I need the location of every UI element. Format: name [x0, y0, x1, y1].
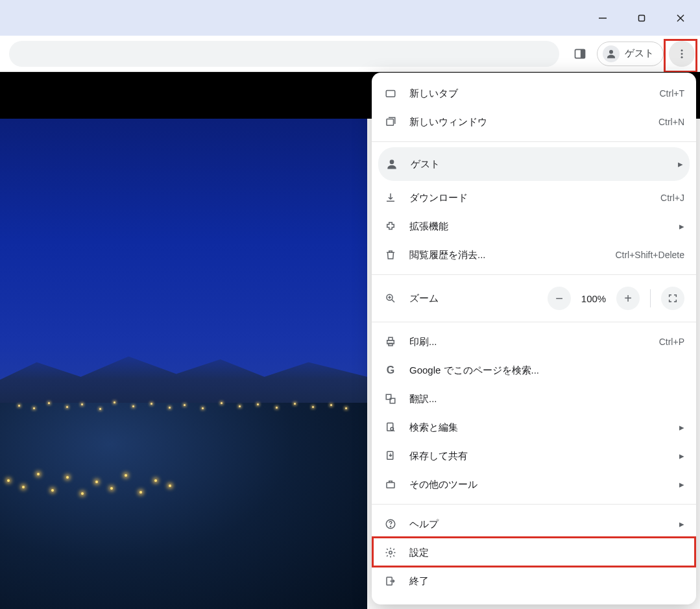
find-icon: [383, 422, 398, 433]
menu-separator: [372, 141, 696, 142]
google-icon: G: [383, 364, 398, 376]
chevron-right-icon: ▸: [678, 158, 683, 170]
chevron-right-icon: ▸: [679, 450, 684, 462]
menu-item-shortcut: Ctrl+T: [660, 88, 685, 99]
svg-rect-1: [639, 15, 645, 21]
zoom-out-button[interactable]: −: [548, 287, 571, 310]
customize-menu-button[interactable]: [669, 41, 695, 67]
save-icon: [383, 450, 398, 462]
maximize-button[interactable]: [622, 0, 661, 36]
profile-guest-chip[interactable]: ゲスト: [597, 42, 664, 66]
menu-new-window[interactable]: 新しいウィンドウ Ctrl+N: [372, 108, 696, 136]
guest-avatar-icon: [603, 45, 620, 62]
chevron-right-icon: ▸: [679, 422, 684, 433]
exit-icon: [383, 575, 398, 587]
browser-toolbar: ゲスト: [0, 36, 700, 72]
minimize-button[interactable]: [583, 0, 622, 36]
help-icon: [383, 518, 398, 530]
menu-clear-history[interactable]: 閲覧履歴を消去... Ctrl+Shift+Delete: [372, 241, 696, 269]
menu-item-label: ゲスト: [411, 158, 666, 171]
menu-item-label: 設定: [409, 547, 684, 559]
svg-point-9: [681, 56, 683, 58]
extension-icon: [383, 221, 398, 232]
menu-separator: [372, 322, 696, 322]
menu-translate[interactable]: 翻訳...: [372, 385, 696, 413]
menu-google-search[interactable]: G Google でこのページを検索...: [372, 356, 696, 385]
briefcase-icon: [383, 479, 398, 490]
menu-item-label: Google でこのページを検索...: [409, 364, 684, 377]
tab-icon: [383, 88, 398, 99]
svg-rect-19: [389, 337, 392, 340]
chrome-menu: 新しいタブ Ctrl+T 新しいウィンドウ Ctrl+N ゲスト ▸ ダウンロー…: [372, 73, 696, 604]
svg-rect-20: [389, 343, 392, 346]
menu-item-label: 保存して共有: [409, 450, 668, 462]
menu-item-label: 拡張機能: [409, 221, 668, 233]
menu-item-label: 印刷...: [409, 336, 647, 348]
zoom-in-button[interactable]: +: [616, 287, 640, 310]
chevron-right-icon: ▸: [679, 479, 684, 490]
person-icon: [385, 158, 399, 171]
zoom-label: ズーム: [409, 293, 536, 305]
svg-rect-11: [386, 91, 395, 97]
translate-icon: [383, 393, 398, 405]
menu-item-label: 新しいウィンドウ: [409, 116, 647, 128]
chevron-right-icon: ▸: [679, 221, 684, 232]
menu-item-label: ヘルプ: [409, 518, 668, 531]
download-icon: [383, 192, 398, 204]
menu-item-label: ダウンロード: [409, 192, 649, 204]
menu-separator: [372, 274, 696, 275]
menu-item-label: 新しいタブ: [409, 88, 648, 100]
address-bar[interactable]: [9, 41, 559, 67]
svg-rect-5: [581, 49, 585, 58]
menu-help[interactable]: ヘルプ ▸: [372, 510, 696, 538]
menu-print[interactable]: 印刷... Ctrl+P: [372, 328, 696, 356]
menu-item-label: その他のツール: [409, 479, 668, 491]
guest-chip-label: ゲスト: [625, 47, 654, 60]
menu-item-label: 検索と編集: [409, 422, 668, 434]
print-icon: [383, 336, 398, 348]
background-image-night-sky: [0, 119, 367, 609]
svg-rect-23: [387, 423, 393, 431]
menu-zoom: ズーム − 100% +: [372, 280, 696, 316]
svg-point-8: [681, 53, 683, 54]
trash-icon: [383, 249, 398, 261]
close-button[interactable]: [661, 0, 700, 36]
menu-find-edit[interactable]: 検索と編集 ▸: [372, 413, 696, 442]
menu-item-shortcut: Ctrl+Shift+Delete: [615, 250, 684, 260]
svg-point-29: [390, 526, 391, 527]
svg-point-7: [681, 49, 683, 51]
gear-icon: [383, 547, 398, 558]
window-icon: [383, 116, 398, 128]
side-panel-icon[interactable]: [568, 42, 592, 66]
menu-downloads[interactable]: ダウンロード Ctrl+J: [372, 184, 696, 212]
menu-item-label: 翻訳...: [409, 393, 684, 405]
divider: [650, 289, 651, 307]
menu-exit[interactable]: 終了: [372, 567, 696, 595]
svg-rect-12: [387, 119, 394, 126]
svg-line-25: [393, 430, 394, 431]
menu-item-label: 終了: [409, 575, 684, 588]
fullscreen-button[interactable]: [661, 287, 684, 310]
menu-separator: [372, 504, 696, 505]
svg-rect-27: [387, 483, 394, 488]
menu-item-shortcut: Ctrl+N: [658, 117, 684, 127]
svg-line-15: [392, 300, 394, 302]
svg-point-13: [390, 160, 394, 164]
chevron-right-icon: ▸: [679, 518, 684, 530]
menu-extensions[interactable]: 拡張機能 ▸: [372, 212, 696, 241]
menu-save-share[interactable]: 保存して共有 ▸: [372, 442, 696, 470]
menu-item-shortcut: Ctrl+P: [659, 337, 684, 347]
window-titlebar: [0, 0, 700, 36]
zoom-value: 100%: [579, 293, 609, 304]
menu-more-tools[interactable]: その他のツール ▸: [372, 470, 696, 499]
menu-new-tab[interactable]: 新しいタブ Ctrl+T: [372, 79, 696, 108]
menu-item-label: 閲覧履歴を消去...: [409, 249, 603, 261]
svg-point-30: [389, 551, 392, 555]
menu-guest[interactable]: ゲスト ▸: [378, 147, 690, 181]
menu-item-shortcut: Ctrl+J: [660, 193, 684, 203]
svg-point-6: [609, 50, 613, 54]
zoom-icon: [383, 293, 398, 304]
menu-settings[interactable]: 設定: [372, 538, 696, 567]
